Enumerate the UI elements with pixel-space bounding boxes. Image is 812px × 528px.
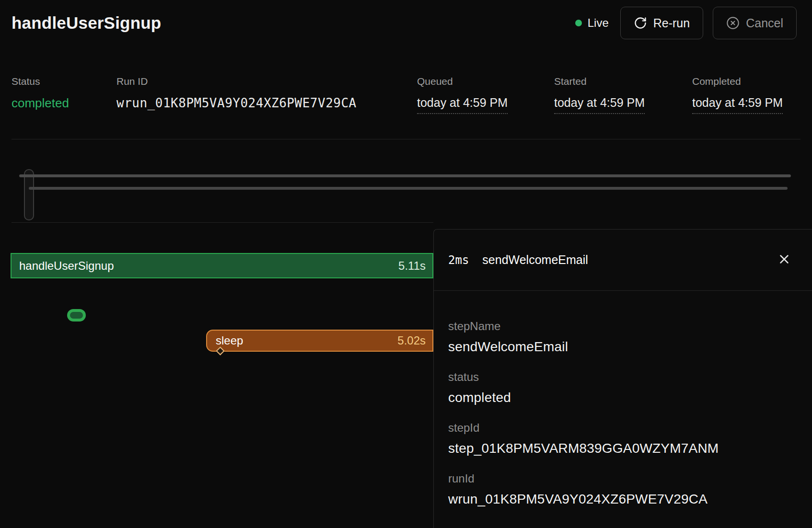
step-duration: 2ms <box>448 253 469 267</box>
field-value: sendWelcomeEmail <box>448 339 798 355</box>
step-title: sendWelcomeEmail <box>482 253 588 267</box>
meta-completed: Completed today at 4:59 PM <box>692 76 783 114</box>
field-label: status <box>448 370 798 384</box>
status-value: completed <box>12 96 69 111</box>
span-bar-handleUserSignup[interactable]: handleUserSignup 5.11s <box>11 253 433 278</box>
live-indicator: Live <box>575 16 609 30</box>
rerun-button[interactable]: Re-run <box>620 7 703 39</box>
field-step-name: stepName sendWelcomeEmail <box>448 320 798 355</box>
step-details-header: 2ms sendWelcomeEmail <box>434 230 812 291</box>
close-icon <box>777 252 791 268</box>
step-details-body: stepName sendWelcomeEmail status complet… <box>434 291 812 507</box>
live-label: Live <box>588 16 609 30</box>
field-run-id: runId wrun_01K8PM5VA9Y024XZ6PWE7V29CA <box>448 472 798 507</box>
span-name: handleUserSignup <box>19 259 114 273</box>
field-label: stepId <box>448 421 798 435</box>
field-label: runId <box>448 472 798 485</box>
run-id-label: Run ID <box>116 76 357 87</box>
field-value: completed <box>448 390 798 406</box>
started-value: today at 4:59 PM <box>554 96 645 114</box>
timeline-minimap <box>0 163 812 223</box>
completed-label: Completed <box>692 76 783 87</box>
run-meta: Status completed Run ID wrun_01K8PM5VA9Y… <box>0 76 812 119</box>
completed-value: today at 4:59 PM <box>692 96 783 114</box>
close-button[interactable] <box>774 250 795 271</box>
span-duration: 5.11s <box>398 259 426 273</box>
minimap-span-bar-root <box>19 174 791 177</box>
chart-divider <box>12 222 433 223</box>
queued-label: Queued <box>417 76 508 87</box>
minimap-span-bar-child <box>29 187 788 190</box>
step-marker-pill[interactable] <box>67 309 86 321</box>
rerun-label: Re-run <box>653 16 690 30</box>
page-title: handleUserSignup <box>12 13 161 33</box>
span-bar-sleep[interactable]: sleep 5.02s <box>206 330 433 352</box>
meta-status: Status completed <box>12 76 69 111</box>
meta-started: Started today at 4:59 PM <box>554 76 645 114</box>
meta-divider <box>12 139 800 139</box>
run-header: handleUserSignup Live Re-run Cancel <box>0 0 812 46</box>
field-label: stepName <box>448 320 798 333</box>
span-duration: 5.02s <box>397 334 426 347</box>
queued-value: today at 4:59 PM <box>417 96 508 114</box>
cancel-label: Cancel <box>746 16 783 30</box>
step-details-panel: 2ms sendWelcomeEmail stepName sendWelcom… <box>433 229 812 528</box>
status-label: Status <box>12 76 69 87</box>
field-value: step_01K8PM5VARM839GGA0WZYM7ANM <box>448 440 798 457</box>
header-actions: Live Re-run Cancel <box>575 7 797 39</box>
refresh-icon <box>634 16 647 30</box>
run-id-value: wrun_01K8PM5VA9Y024XZ6PWE7V29CA <box>116 96 357 110</box>
live-dot-icon <box>575 20 582 26</box>
span-name: sleep <box>216 334 243 347</box>
field-step-id: stepId step_01K8PM5VARM839GGA0WZYM7ANM <box>448 421 798 457</box>
field-status: status completed <box>448 370 798 406</box>
meta-queued: Queued today at 4:59 PM <box>417 76 508 114</box>
meta-run-id: Run ID wrun_01K8PM5VA9Y024XZ6PWE7V29CA <box>116 76 357 110</box>
started-label: Started <box>554 76 645 87</box>
field-value: wrun_01K8PM5VA9Y024XZ6PWE7V29CA <box>448 491 798 507</box>
cancel-circle-x-icon <box>726 16 740 30</box>
cancel-button[interactable]: Cancel <box>713 7 797 39</box>
